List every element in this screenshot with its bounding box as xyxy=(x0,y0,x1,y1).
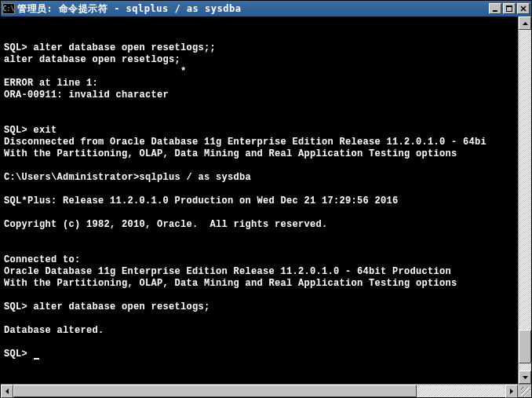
terminal-output[interactable]: SQL> alter database open resetlogs;; alt… xyxy=(1,16,518,384)
arrow-right-icon xyxy=(510,389,513,394)
svg-rect-2 xyxy=(506,5,512,7)
terminal-cursor xyxy=(34,358,39,360)
window-controls xyxy=(489,3,530,14)
svg-marker-7 xyxy=(5,389,9,394)
h-scroll-thumb[interactable] xyxy=(13,385,417,397)
minimize-icon xyxy=(492,5,498,12)
close-button[interactable] xyxy=(517,3,530,14)
arrow-down-icon xyxy=(523,376,528,379)
svg-marker-6 xyxy=(523,376,528,379)
resize-grip[interactable] xyxy=(518,385,531,397)
svg-rect-0 xyxy=(493,10,497,12)
svg-marker-5 xyxy=(523,22,528,25)
close-icon xyxy=(520,5,527,12)
scroll-up-button[interactable] xyxy=(519,16,531,30)
window-title: 管理员: 命令提示符 - sqlplus / as sysdba xyxy=(17,2,489,16)
v-scroll-track[interactable] xyxy=(519,30,531,371)
h-scroll-track[interactable] xyxy=(13,385,505,397)
scroll-down-button[interactable] xyxy=(519,371,531,384)
maximize-icon xyxy=(506,5,512,12)
vertical-scrollbar[interactable] xyxy=(518,16,531,384)
arrow-left-icon xyxy=(5,389,9,394)
horizontal-scrollbar[interactable] xyxy=(1,384,531,397)
v-scroll-thumb[interactable] xyxy=(519,330,531,363)
scroll-right-button[interactable] xyxy=(505,385,518,398)
arrow-up-icon xyxy=(523,22,528,25)
maximize-button[interactable] xyxy=(503,3,516,14)
app-icon: C:\ xyxy=(2,3,15,14)
command-prompt-window: C:\ 管理员: 命令提示符 - sqlplus / as sysdba SQL… xyxy=(0,0,532,398)
scroll-left-button[interactable] xyxy=(1,385,13,398)
minimize-button[interactable] xyxy=(489,3,501,14)
titlebar[interactable]: C:\ 管理员: 命令提示符 - sqlplus / as sysdba xyxy=(1,1,531,16)
content-area: SQL> alter database open resetlogs;; alt… xyxy=(1,16,531,384)
svg-marker-8 xyxy=(510,389,513,394)
